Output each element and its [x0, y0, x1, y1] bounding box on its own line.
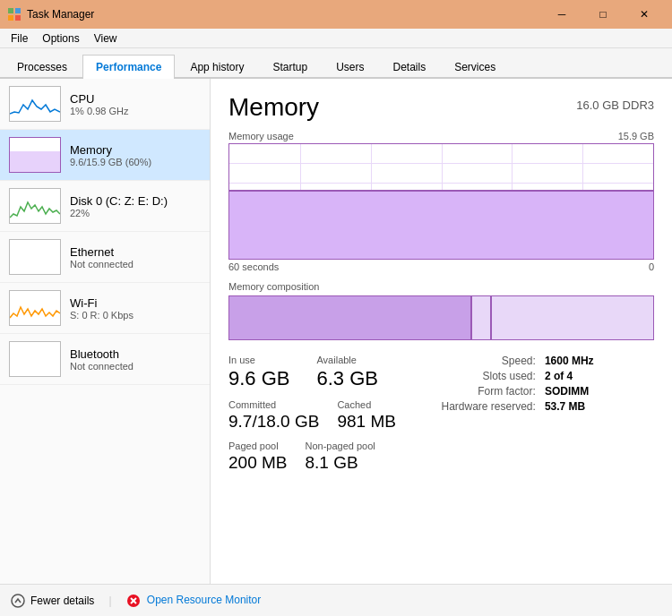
- app-icon: [7, 7, 22, 21]
- time-end: 0: [649, 261, 654, 272]
- footer: Fewer details | Open Resource Monitor: [0, 584, 672, 616]
- bluetooth-name: Bluetooth: [70, 347, 201, 361]
- chevron-up-icon: [11, 594, 25, 608]
- ethernet-detail: Not connected: [70, 259, 201, 270]
- tab-performance[interactable]: Performance: [82, 55, 175, 79]
- memory-usage-chart: [228, 143, 654, 260]
- committed-label: Committed: [228, 399, 319, 410]
- speed-value: 1600 MHz: [545, 355, 654, 367]
- footer-divider: |: [108, 595, 111, 607]
- svg-rect-0: [8, 8, 13, 13]
- fewer-details-button[interactable]: Fewer details: [11, 594, 94, 608]
- tab-details[interactable]: Details: [379, 55, 439, 79]
- svg-rect-2: [8, 15, 13, 21]
- wifi-info: Wi-Fi S: 0 R: 0 Kbps: [70, 296, 201, 321]
- committed-value: 9.7/18.0 GB: [228, 412, 319, 432]
- memory-fill: [10, 151, 60, 172]
- stat-committed: Committed 9.7/18.0 GB: [228, 399, 319, 432]
- wifi-thumbnail: [9, 290, 61, 326]
- svg-rect-1: [15, 8, 21, 13]
- right-stats-grid: Speed: 1600 MHz Slots used: 2 of 4 Form …: [442, 355, 655, 413]
- cpu-info: CPU 1% 0.98 GHz: [70, 92, 201, 116]
- resource-monitor-icon: [126, 594, 141, 608]
- title-bar-left: Task Manager: [7, 7, 94, 21]
- stats-container: In use 9.6 GB Available 6.3 GB Committed…: [228, 355, 654, 473]
- reserved-label: Hardware reserved:: [442, 400, 536, 413]
- bluetooth-info: Bluetooth Not connected: [70, 347, 201, 372]
- paged-value: 200 MB: [228, 453, 287, 473]
- sidebar-item-disk[interactable]: Disk 0 (C: Z: E: D:) 22%: [0, 181, 210, 232]
- disk-info: Disk 0 (C: Z: E: D:) 22%: [70, 194, 201, 218]
- cpu-thumbnail: [9, 86, 61, 122]
- available-label: Available: [316, 355, 377, 365]
- in-use-value: 9.6 GB: [228, 367, 289, 390]
- disk-detail: 22%: [70, 208, 201, 218]
- stat-in-use: In use 9.6 GB: [228, 355, 289, 390]
- paged-label: Paged pool: [228, 441, 287, 451]
- tab-startup[interactable]: Startup: [259, 55, 321, 79]
- svg-point-4: [12, 595, 24, 607]
- memory-composition-bar: [228, 295, 654, 340]
- time-start: 60 seconds: [228, 261, 279, 272]
- memory-info: Memory 9.6/15.9 GB (60%): [70, 143, 201, 167]
- minimize-button[interactable]: ─: [541, 0, 582, 29]
- form-value: SODIMM: [545, 385, 654, 398]
- sidebar-item-ethernet[interactable]: Ethernet Not connected: [0, 232, 210, 283]
- sidebar-item-bluetooth[interactable]: Bluetooth Not connected: [0, 334, 210, 385]
- disk-thumbnail: [9, 188, 61, 224]
- tab-services[interactable]: Services: [441, 55, 509, 79]
- panel-subtitle: 16.0 GB DDR3: [576, 98, 654, 112]
- menu-options[interactable]: Options: [35, 30, 86, 47]
- tab-processes[interactable]: Processes: [4, 55, 81, 79]
- close-button[interactable]: ✕: [624, 0, 665, 29]
- comp-available: [492, 296, 653, 339]
- speed-label: Speed:: [442, 355, 536, 367]
- ethernet-info: Ethernet Not connected: [70, 245, 201, 270]
- slots-label: Slots used:: [442, 370, 536, 382]
- ethernet-thumbnail: [9, 239, 61, 275]
- slots-value: 2 of 4: [545, 370, 654, 382]
- stat-paged: Paged pool 200 MB: [228, 441, 287, 473]
- reserved-value: 53.7 MB: [545, 400, 654, 413]
- chart-time: 60 seconds 0: [228, 261, 654, 272]
- window-controls: ─ □ ✕: [541, 0, 665, 29]
- sidebar-item-memory[interactable]: Memory 9.6/15.9 GB (60%): [0, 130, 210, 181]
- svg-rect-3: [15, 15, 21, 21]
- sidebar-item-cpu[interactable]: CPU 1% 0.98 GHz: [0, 79, 210, 130]
- sidebar: CPU 1% 0.98 GHz Memory 9.6/15.9 GB (60%)…: [0, 79, 211, 584]
- maximize-button[interactable]: □: [582, 0, 624, 29]
- stats-row-2: Committed 9.7/18.0 GB Cached 981 MB: [228, 399, 442, 432]
- ethernet-name: Ethernet: [70, 245, 201, 259]
- memory-detail: 9.6/15.9 GB (60%): [70, 157, 201, 167]
- stats-row-3: Paged pool 200 MB Non-paged pool 8.1 GB: [228, 441, 442, 473]
- bluetooth-detail: Not connected: [70, 361, 201, 372]
- nonpaged-value: 8.1 GB: [305, 453, 375, 473]
- menu-view[interactable]: View: [87, 30, 125, 47]
- cpu-detail: 1% 0.98 GHz: [70, 106, 201, 116]
- memory-name: Memory: [70, 143, 201, 157]
- disk-name: Disk 0 (C: Z: E: D:): [70, 194, 201, 208]
- available-value: 6.3 GB: [316, 367, 377, 390]
- wifi-name: Wi-Fi: [70, 296, 201, 310]
- panel-title: Memory: [228, 93, 319, 122]
- memory-chart-fill: [229, 190, 653, 259]
- resource-monitor-link[interactable]: Open Resource Monitor: [126, 594, 262, 608]
- right-stats: Speed: 1600 MHz Slots used: 2 of 4 Form …: [442, 355, 655, 473]
- fewer-details-label: Fewer details: [30, 595, 94, 607]
- main-content: CPU 1% 0.98 GHz Memory 9.6/15.9 GB (60%)…: [0, 79, 672, 584]
- comp-in-use: [229, 296, 470, 339]
- tab-app-history[interactable]: App history: [177, 55, 257, 79]
- bluetooth-thumbnail: [9, 341, 61, 377]
- comp-seg-mid: [472, 296, 490, 339]
- form-label: Form factor:: [442, 385, 536, 398]
- chart-labels: Memory usage 15.9 GB: [228, 131, 654, 141]
- panel-header: Memory 16.0 GB DDR3: [228, 93, 654, 122]
- composition-label: Memory composition: [228, 281, 654, 292]
- resource-monitor-label: Open Resource Monitor: [147, 594, 261, 606]
- stat-cached: Cached 981 MB: [337, 399, 395, 432]
- sidebar-item-wifi[interactable]: Wi-Fi S: 0 R: 0 Kbps: [0, 283, 210, 334]
- window-title: Task Manager: [27, 8, 94, 21]
- tab-users[interactable]: Users: [323, 55, 377, 79]
- menu-file[interactable]: File: [4, 30, 35, 47]
- tab-bar: Processes Performance App history Startu…: [0, 48, 672, 79]
